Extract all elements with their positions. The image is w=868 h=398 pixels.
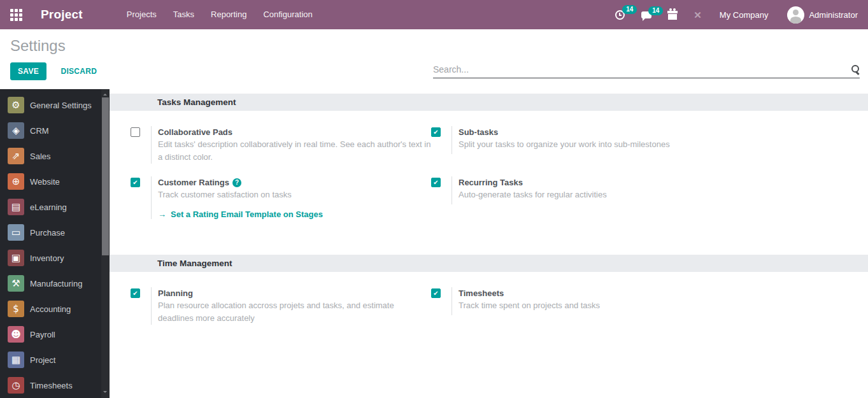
sidebar-item-project[interactable]: ▦ Project [0,347,110,373]
section-title: Tasks Management [110,94,868,111]
sidebar-item-timesheets[interactable]: ◷ Timesheets [0,373,110,398]
handshake-icon: ◈ [8,122,24,139]
sidebar-item-label: eLearning [30,203,67,212]
user-menu[interactable]: Administrator [787,6,858,24]
setting-description: Edit tasks' description collaboratively … [158,138,431,164]
nav-configuration[interactable]: Configuration [255,0,320,29]
setting-collaborative-pads: Collaborative Pads Edit tasks' descripti… [131,126,431,164]
planning-checkbox[interactable] [131,288,140,298]
employee-icon: ☻ [8,326,24,343]
messages-button[interactable]: 14 [641,11,651,18]
nav-reporting[interactable]: Reporting [203,0,255,29]
setting-label: Planning [158,287,431,299]
search-icon[interactable] [850,65,860,75]
rating-email-template-link[interactable]: →Set a Rating Email Template on Stages [158,210,323,219]
setting-customer-ratings: Customer Ratings? Track customer satisfa… [131,176,431,219]
sidebar-item-general-settings[interactable]: ⚙ General Settings [0,92,110,118]
sidebar-item-label: Inventory [30,253,64,263]
sidebar-item-crm[interactable]: ◈ CRM [0,118,110,143]
apps-menu-icon[interactable] [10,9,22,21]
setting-recurring-tasks: Recurring Tasks Auto-generate tasks for … [431,176,732,204]
top-navbar: Project Projects Tasks Reporting Configu… [0,0,868,29]
setting-label: Recurring Tasks [459,176,607,188]
setting-label: Sub-tasks [459,126,670,138]
invoice-icon: $ [8,301,24,317]
setting-planning: Planning Plan resource allocation accros… [131,287,431,325]
presentation-icon: ▤ [8,199,24,215]
sidebar-item-label: Timesheets [30,381,73,390]
scroll-up-icon[interactable] [101,89,110,97]
customer-ratings-checkbox[interactable] [131,178,140,187]
control-panel: Settings SAVE DISCARD [0,29,868,89]
section-tasks-management: Tasks Management Collaborative Pads Edit… [110,94,868,232]
tools-icon: ✕ [694,10,702,20]
page-title: Settings [10,37,858,55]
sidebar-item-label: Project [30,355,55,365]
setting-description: Auto-generate tasks for regular activiti… [459,188,607,201]
setting-sub-tasks: Sub-tasks Split your tasks to organize y… [431,126,732,154]
save-button[interactable]: SAVE [10,62,46,80]
app-menu: Projects Tasks Reporting Configuration [118,0,321,29]
settings-sidebar: ⚙ General Settings ◈ CRM ⇗ Sales ⊕ Websi… [0,89,110,398]
setting-label: Collaborative Pads [158,126,431,138]
setting-description: Track customer satisfaction on tasks [158,188,323,201]
collaborative-pads-checkbox[interactable] [131,127,140,137]
messages-badge: 14 [648,6,663,15]
activities-badge: 14 [622,5,637,14]
setting-description: Split your tasks to organize your work i… [459,138,670,151]
puzzle-icon: ▦ [8,352,24,368]
sidebar-item-sales[interactable]: ⇗ Sales [0,143,110,169]
sidebar-item-purchase[interactable]: ▭ Purchase [0,220,110,245]
nav-tasks[interactable]: Tasks [165,0,203,29]
gift-icon [668,14,677,20]
help-icon[interactable]: ? [232,178,241,187]
sidebar-item-payroll[interactable]: ☻ Payroll [0,322,110,347]
section-time-management: Time Management Planning Plan resource a… [110,255,868,338]
discard-button[interactable]: DISCARD [53,63,104,80]
sidebar-item-label: Website [30,177,60,187]
activities-button[interactable]: 14 [615,10,625,20]
settings-content: Tasks Management Collaborative Pads Edit… [110,89,868,398]
scrollbar-thumb[interactable] [102,97,109,255]
tools-button[interactable]: ✕ [694,10,702,20]
stopwatch-icon: ◷ [8,377,24,394]
sidebar-item-label: Accounting [30,304,71,314]
setting-label: Customer Ratings? [158,176,323,188]
setting-label: Timesheets [459,287,600,299]
setting-timesheets: Timesheets Track time spent on projects … [431,287,732,315]
setting-description: Track time spent on projects and tasks [459,299,600,312]
globe-icon: ⊕ [8,173,24,190]
search-bar [433,64,860,78]
section-title: Time Management [110,255,868,272]
card-icon: ▭ [8,224,24,241]
avatar [787,6,804,24]
sidebar-item-accounting[interactable]: $ Accounting [0,296,110,322]
chart-icon: ⇗ [8,148,24,164]
gift-button[interactable] [668,10,677,20]
setting-description: Plan resource allocation accross projets… [158,299,431,325]
sidebar-item-label: General Settings [30,101,92,110]
timesheets-checkbox[interactable] [431,288,441,298]
sidebar-item-label: CRM [30,126,49,136]
box-icon: ▣ [8,250,24,266]
scroll-down-icon[interactable] [101,390,110,398]
nav-projects[interactable]: Projects [118,0,165,29]
sidebar-item-label: Manufacturing [30,279,82,288]
sub-tasks-checkbox[interactable] [431,127,441,137]
arrow-right-icon: → [158,210,166,219]
sidebar-item-label: Payroll [30,330,55,339]
company-switcher[interactable]: My Company [720,10,769,20]
app-brand[interactable]: Project [41,8,83,22]
recurring-tasks-checkbox[interactable] [431,178,441,187]
sidebar-item-label: Sales [30,152,51,161]
sidebar-item-inventory[interactable]: ▣ Inventory [0,245,110,271]
user-name: Administrator [809,10,858,20]
sidebar-item-manufacturing[interactable]: ⚒ Manufacturing [0,271,110,296]
wrench-icon: ⚒ [8,275,24,292]
gear-icon: ⚙ [8,97,24,113]
sidebar-scrollbar[interactable] [101,89,110,398]
search-input[interactable] [433,64,850,75]
sidebar-item-elearning[interactable]: ▤ eLearning [0,194,110,220]
sidebar-item-website[interactable]: ⊕ Website [0,169,110,194]
sidebar-item-label: Purchase [30,228,65,238]
